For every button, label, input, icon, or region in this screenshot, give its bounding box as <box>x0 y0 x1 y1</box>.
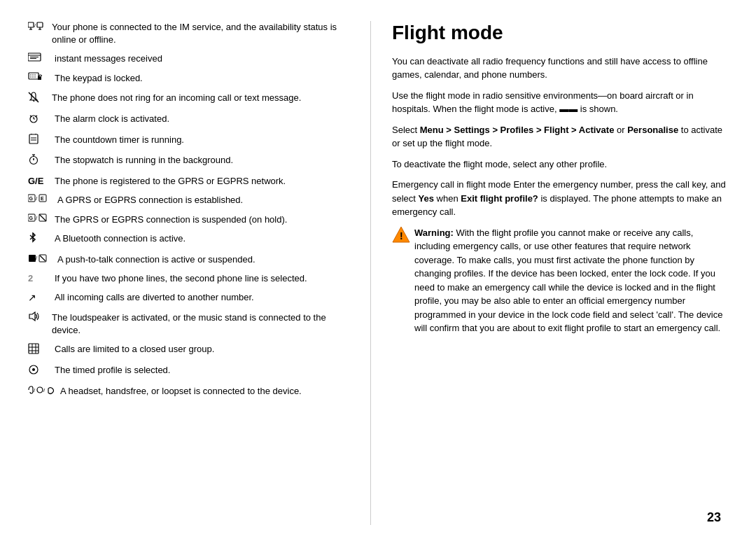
svg-rect-0 <box>28 22 34 27</box>
ptt-icon: / <box>28 253 50 266</box>
list-item: The countdown timer is running. <box>28 134 349 148</box>
list-item: 2 If you have two phone lines, the secon… <box>28 272 349 285</box>
countdown-text: The countdown timer is running. <box>52 134 349 146</box>
ptt-text: A push-to-talk connection is active or s… <box>55 253 349 266</box>
list-item: The timed profile is selected. <box>28 364 349 379</box>
flight-intro-p1: You can deactivate all radio frequency f… <box>392 55 728 82</box>
warning-text: Warning: With the flight profile you can… <box>414 226 728 335</box>
timed-profile-text: The timed profile is selected. <box>52 364 349 377</box>
page-number: 23 <box>707 510 721 525</box>
svg-text:G: G <box>29 216 34 220</box>
im-status-icon: / <box>28 21 48 31</box>
cug-text: Calls are limited to a closed user group… <box>52 343 349 356</box>
headset-text: A headset, handsfree, or loopset is conn… <box>60 385 349 398</box>
svg-rect-26 <box>29 134 38 144</box>
im-status-text: Your phone is connected to the IM servic… <box>52 21 349 46</box>
timer-icon <box>28 134 48 148</box>
svg-text:/: / <box>34 23 36 28</box>
instant-messages-text: instant messages received <box>52 52 349 65</box>
alarm-icon <box>28 113 48 127</box>
svg-rect-18 <box>38 76 41 80</box>
svg-line-48 <box>40 255 46 261</box>
list-item: / Your phone is connected to the IM serv… <box>28 21 349 46</box>
list-item: A Bluetooth connection is active. <box>28 232 349 246</box>
svg-rect-50 <box>29 344 38 354</box>
list-item: G / E A GPRS or EGPRS connection is esta… <box>28 194 349 206</box>
warning-block: ! Warning: With the flight profile you c… <box>392 226 728 335</box>
gprs-icon: G/E <box>28 175 50 188</box>
list-item: G/E The phone is registered to the GPRS … <box>28 175 349 188</box>
list-item: / A push-to-talk connection is active or… <box>28 253 349 266</box>
second-line-text: If you have two phone lines, the second … <box>52 272 349 285</box>
right-column: Flight mode You can deactivate all radio… <box>371 21 728 525</box>
second-line-icon: 2 <box>28 272 48 285</box>
svg-text:/: / <box>36 255 38 261</box>
gprs-text: The phone is registered to the GPRS or E… <box>55 175 349 188</box>
list-item: The stopwatch is running in the backgrou… <box>28 154 349 169</box>
svg-text:!: ! <box>400 230 403 241</box>
keypad-lock-icon <box>28 72 48 85</box>
svg-rect-4 <box>37 22 43 27</box>
list-item: The loudspeaker is activated, or the mus… <box>28 312 349 337</box>
keypad-locked-text: The keypad is locked. <box>52 72 349 85</box>
flight-mode-title: Flight mode <box>392 21 728 45</box>
svg-text:/: / <box>43 387 46 393</box>
svg-text:/: / <box>36 195 38 202</box>
stopwatch-text: The stopwatch is running in the backgrou… <box>52 154 349 167</box>
svg-marker-49 <box>29 312 35 321</box>
headset-icon: / / <box>28 385 56 398</box>
svg-rect-45 <box>29 255 36 262</box>
svg-text:E: E <box>41 196 44 201</box>
list-item: G / The GPRS or EGPRS connection is susp… <box>28 214 349 226</box>
call-divert-icon: ↗ <box>28 291 48 305</box>
stopwatch-icon <box>28 154 48 169</box>
call-divert-text: All incoming calls are diverted to anoth… <box>52 291 349 304</box>
gprs-established-text: A GPRS or EGPRS connection is establishe… <box>55 194 349 206</box>
cug-icon <box>28 343 48 358</box>
gprs-connected-icon: G / E <box>28 194 50 206</box>
svg-text:G: G <box>29 196 34 201</box>
svg-text:/: / <box>34 387 36 393</box>
deactivate-paragraph: To deactivate the flight mode, select an… <box>392 158 728 172</box>
silent-icon <box>28 92 48 106</box>
svg-point-58 <box>37 387 43 393</box>
flight-intro-p2: Use the flight mode in radio sensitive e… <box>392 89 728 116</box>
list-item: instant messages received <box>28 52 349 66</box>
svg-text:/: / <box>36 215 38 221</box>
bluetooth-text: A Bluetooth connection is active. <box>52 232 349 245</box>
speaker-icon <box>28 312 48 325</box>
menu-path-paragraph: Select Menu > Settings > Profiles > Flig… <box>392 123 728 150</box>
loudspeaker-text: The loudspeaker is activated, or the mus… <box>52 312 349 337</box>
list-item: ↗ All incoming calls are diverted to ano… <box>28 291 349 305</box>
bluetooth-icon <box>28 232 48 246</box>
svg-point-56 <box>32 368 35 371</box>
list-item: The keypad is locked. <box>28 72 349 85</box>
svg-line-44 <box>39 214 46 221</box>
svg-rect-11 <box>29 73 38 79</box>
no-ring-text: The phone does not ring for an incoming … <box>52 92 349 104</box>
list-item: The phone does not ring for an incoming … <box>28 92 349 106</box>
list-item: Calls are limited to a closed user group… <box>28 343 349 358</box>
alarm-text: The alarm clock is activated. <box>52 113 349 125</box>
gprs-suspended-icon: G / <box>28 214 50 226</box>
emergency-paragraph: Emergency call in flight mode Enter the … <box>392 178 728 219</box>
warning-icon: ! <box>392 226 410 247</box>
left-column: / Your phone is connected to the IM serv… <box>28 21 371 525</box>
list-item: The alarm clock is activated. <box>28 113 349 127</box>
list-item: / / A headset, handsfree, or loopset is … <box>28 385 349 398</box>
page-container: / Your phone is connected to the IM serv… <box>0 0 756 546</box>
timed-profile-icon <box>28 364 48 379</box>
message-icon <box>28 52 48 66</box>
gprs-suspended-text: The GPRS or EGPRS connection is suspende… <box>55 214 349 226</box>
